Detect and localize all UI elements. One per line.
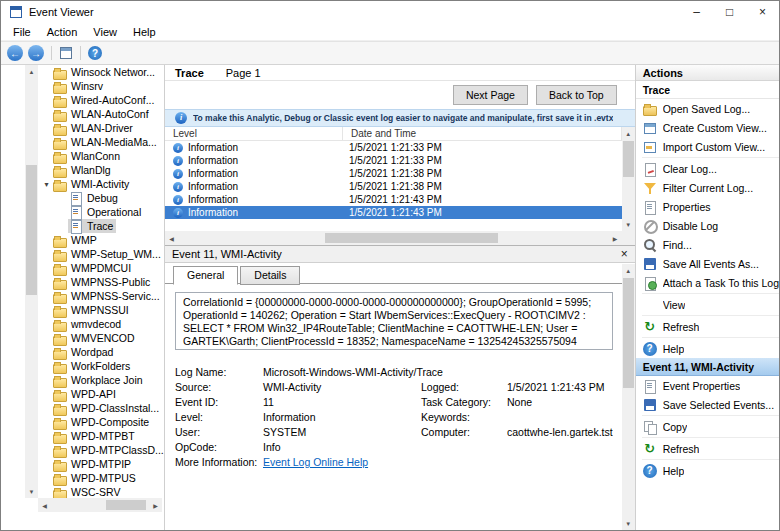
tree-item-wsc-srv[interactable]: WSC-SRV [38, 485, 164, 498]
collapse-arrow-icon[interactable]: ▾ [41, 180, 52, 189]
tree-item-wpd-mtpus[interactable]: WPD-MTPUS [38, 471, 164, 485]
scroll-left-icon[interactable]: ◀ [165, 231, 178, 245]
column-header-date-and-time[interactable]: Date and Time [343, 127, 622, 140]
tree-item-wlan-autoconf[interactable]: WLAN-AutoConf [38, 107, 164, 121]
field-label: Event ID: [175, 396, 263, 408]
tree-vertical-scrollbar[interactable]: ▲ ▼ [25, 65, 38, 498]
action-help[interactable]: ?Help▸ [636, 461, 780, 480]
tree-item-wpd-mtpip[interactable]: WPD-MTPIP [38, 457, 164, 471]
tab-details[interactable]: Details [240, 266, 300, 285]
tree-item-wmi-activity[interactable]: ▾WMI-Activity [38, 177, 164, 191]
tree-item-wmpnssui[interactable]: WMPNSSUI [38, 303, 164, 317]
tree-item-wlandlg[interactable]: WlanDlg [38, 163, 164, 177]
tree-item-wordpad[interactable]: Wordpad [38, 345, 164, 359]
action-disable-log[interactable]: Disable Log [636, 216, 780, 235]
scroll-right-icon[interactable]: ▶ [609, 231, 622, 245]
event-row[interactable]: Information1/5/2021 1:21:33 PM [165, 154, 622, 167]
scroll-up-icon[interactable]: ▲ [622, 264, 635, 277]
console-window-icon[interactable] [59, 46, 73, 60]
tree-item-workfolders[interactable]: WorkFolders [38, 359, 164, 373]
column-header-level[interactable]: Level [165, 127, 343, 140]
tree-item-winsrv[interactable]: Winsrv [38, 79, 164, 93]
action-refresh[interactable]: ↻Refresh [636, 317, 780, 336]
tree-item-operational[interactable]: Operational [38, 205, 164, 219]
action-save-selected-events[interactable]: Save Selected Events... [636, 395, 780, 414]
close-event-pane-icon[interactable]: × [621, 248, 628, 260]
tree-item-wpd-mtpclassd[interactable]: WPD-MTPClassD... [38, 443, 164, 457]
scroll-down-icon[interactable]: ▼ [622, 218, 635, 231]
event-row[interactable]: Information1/5/2021 1:21:43 PM [165, 193, 622, 206]
scrollbar-thumb[interactable] [26, 165, 37, 295]
event-log-online-help-link[interactable]: Event Log Online Help [263, 456, 613, 468]
tree-item-wmpnss-servic[interactable]: WMPNSS-Servic... [38, 289, 164, 303]
scroll-right-icon[interactable]: ▶ [149, 498, 162, 512]
next-page-button[interactable]: Next Page [453, 85, 528, 105]
tree-item-debug[interactable]: Debug [38, 191, 164, 205]
event-row[interactable]: Information1/5/2021 1:21:43 PM [165, 206, 622, 219]
table-horizontal-scrollbar[interactable]: ◀ ▶ [165, 231, 622, 245]
action-save-all-events-as[interactable]: Save All Events As... [636, 254, 780, 273]
actions-section-trace[interactable]: Trace [636, 81, 780, 99]
action-help[interactable]: ?Help▸ [636, 339, 780, 358]
detail-vertical-scrollbar[interactable]: ▲ ▼ [622, 264, 635, 530]
action-open-saved-log[interactable]: Open Saved Log... [636, 99, 780, 118]
maximize-button[interactable]: □ [713, 1, 746, 23]
tree-item-wmpnss-public[interactable]: WMPNSS-Public [38, 275, 164, 289]
tree-item-wmp-setup-wm[interactable]: WMP-Setup_WM... [38, 247, 164, 261]
back-to-top-button[interactable]: Back to Top [536, 85, 617, 105]
tree-item-wpd-composite[interactable]: WPD-Composite [38, 415, 164, 429]
action-create-custom-view[interactable]: Create Custom View... [636, 118, 780, 137]
tree-item-wired-autoconf[interactable]: Wired-AutoConf... [38, 93, 164, 107]
action-event-properties[interactable]: Event Properties [636, 376, 780, 395]
event-row[interactable]: Information1/5/2021 1:21:38 PM [165, 167, 622, 180]
tree-item-wpd-mtpbt[interactable]: WPD-MTPBT [38, 429, 164, 443]
scroll-left-icon[interactable]: ◀ [38, 498, 51, 512]
event-row[interactable]: Information1/5/2021 1:21:38 PM [165, 180, 622, 193]
scrollbar-thumb[interactable] [325, 233, 499, 243]
menu-file[interactable]: File [5, 24, 39, 40]
action-filter-current-log[interactable]: Filter Current Log... [636, 178, 780, 197]
tab-general[interactable]: General [173, 266, 238, 285]
menu-help[interactable]: Help [125, 24, 164, 40]
close-button[interactable]: × [746, 1, 779, 23]
tree-item-wlan-driver[interactable]: WLAN-Driver [38, 121, 164, 135]
scrollbar-thumb[interactable] [623, 278, 634, 388]
action-attach-a-task-to-this-log[interactable]: Attach a Task To this Log... [636, 273, 780, 292]
action-import-custom-view[interactable]: Import Custom View... [636, 137, 780, 156]
menu-view[interactable]: View [85, 24, 125, 40]
actions-section-event-11-wmi-activity[interactable]: Event 11, WMI-Activity [636, 358, 780, 376]
tree-item-wpd-api[interactable]: WPD-API [38, 387, 164, 401]
table-vertical-scrollbar[interactable]: ▲ ▼ [622, 127, 635, 231]
help-icon[interactable]: ? [88, 46, 102, 60]
tree-item-wlanconn[interactable]: WlanConn [38, 149, 164, 163]
scrollbar-thumb[interactable] [106, 500, 146, 510]
scroll-down-icon[interactable]: ▼ [25, 485, 38, 498]
tree-item-workplace-join[interactable]: Workplace Join [38, 373, 164, 387]
scroll-up-icon[interactable]: ▲ [622, 127, 635, 140]
scrollbar-thumb[interactable] [623, 141, 634, 177]
event-row[interactable]: Information1/5/2021 1:21:33 PM [165, 141, 622, 154]
menu-action[interactable]: Action [39, 24, 86, 40]
action-find[interactable]: Find... [636, 235, 780, 254]
tree-item-wpd-classinstal[interactable]: WPD-ClassInstal... [38, 401, 164, 415]
minimize-button[interactable]: – [680, 1, 713, 23]
tree-item-wmpdmcui[interactable]: WMPDMCUI [38, 261, 164, 275]
action-refresh[interactable]: ↻Refresh [636, 439, 780, 458]
scroll-up-icon[interactable]: ▲ [25, 65, 38, 78]
tree-item-wmp[interactable]: WMP [38, 233, 164, 247]
action-clear-log[interactable]: Clear Log... [636, 159, 780, 178]
tree-item-trace[interactable]: Trace [38, 219, 164, 233]
tree-item-winsock-networ[interactable]: Winsock Networ... [38, 65, 164, 79]
action-copy[interactable]: Copy▸ [636, 417, 780, 436]
action-view[interactable]: View▸ [636, 295, 780, 314]
tree-item-wmvdecod[interactable]: wmvdecod [38, 317, 164, 331]
action-properties[interactable]: Properties [636, 197, 780, 216]
tree-horizontal-scrollbar[interactable]: ◀ ▶ [38, 498, 162, 512]
folder-icon [53, 80, 67, 93]
back-icon[interactable]: ← [7, 45, 23, 61]
tree-item-label: WLAN-MediaMa... [71, 136, 157, 148]
tree-item-wmvencod[interactable]: WMVENCOD [38, 331, 164, 345]
tree-item-wlan-mediama[interactable]: WLAN-MediaMa... [38, 135, 164, 149]
scroll-down-icon[interactable]: ▼ [622, 517, 635, 530]
forward-icon[interactable]: → [28, 45, 44, 61]
